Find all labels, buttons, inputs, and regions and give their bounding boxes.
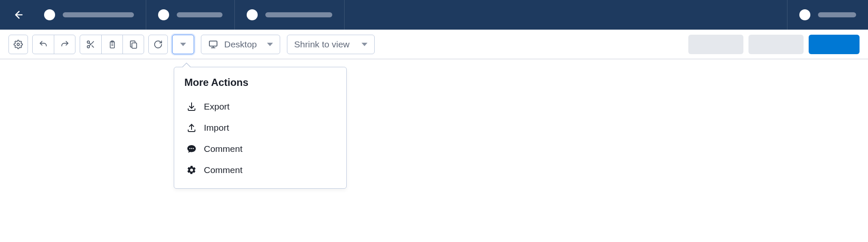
back-button[interactable] (8, 6, 27, 24)
user-avatar-icon (799, 9, 810, 20)
secondary-action-1[interactable] (688, 35, 743, 54)
nav-tab-2[interactable] (146, 0, 235, 30)
svg-rect-12 (209, 41, 217, 46)
menu-item-label: Import (204, 123, 229, 133)
secondary-action-2[interactable] (748, 35, 804, 54)
svg-point-2 (87, 41, 90, 43)
undo-icon (39, 40, 48, 49)
nav-tab-1[interactable] (32, 0, 146, 30)
device-select[interactable]: Desktop (201, 35, 280, 54)
undo-redo-group (32, 35, 75, 54)
zoom-select[interactable]: Shrink to view (287, 35, 375, 54)
clipboard-group (80, 35, 144, 54)
redo-icon (60, 40, 70, 49)
gear-icon (186, 165, 197, 176)
copy-button[interactable] (122, 35, 144, 54)
undo-button[interactable] (33, 35, 54, 54)
paste-button[interactable] (101, 35, 122, 54)
primary-action-button[interactable] (809, 35, 860, 54)
tab-label-placeholder (177, 12, 223, 17)
copy-icon (129, 40, 138, 49)
more-actions-button[interactable] (172, 35, 194, 54)
user-name-placeholder (818, 12, 856, 17)
caret-down-icon (180, 43, 186, 46)
refresh-icon (153, 40, 163, 49)
caret-down-icon (267, 43, 273, 46)
tab-label-placeholder (63, 12, 134, 17)
menu-item-settings[interactable]: Comment (184, 160, 336, 181)
top-navigation-bar (0, 0, 868, 30)
device-select-label: Desktop (224, 39, 257, 50)
svg-point-15 (189, 148, 191, 149)
nav-tab-3[interactable] (235, 0, 345, 30)
gear-icon (14, 40, 23, 49)
zoom-select-label: Shrink to view (294, 39, 350, 50)
arrow-left-icon (13, 10, 23, 20)
settings-button[interactable] (8, 35, 28, 54)
popover-title: More Actions (184, 77, 336, 88)
tab-avatar-icon (158, 9, 169, 20)
tab-label-placeholder (265, 12, 332, 17)
clipboard-icon (108, 40, 117, 49)
redo-button[interactable] (54, 35, 75, 54)
svg-line-5 (92, 45, 94, 47)
download-icon (186, 101, 197, 112)
svg-point-1 (17, 43, 19, 46)
menu-item-import[interactable]: Import (184, 117, 336, 138)
menu-item-label: Comment (204, 144, 242, 154)
cut-button[interactable] (80, 35, 101, 54)
caret-down-icon (362, 43, 367, 46)
menu-item-comment[interactable]: Comment (184, 138, 336, 160)
svg-line-6 (89, 43, 91, 44)
svg-point-3 (87, 45, 90, 48)
scissors-icon (86, 40, 95, 49)
tab-avatar-icon (44, 9, 55, 20)
svg-point-17 (193, 148, 194, 149)
editor-toolbar: Desktop Shrink to view (0, 30, 868, 59)
toolbar-right-actions (688, 35, 860, 54)
upload-icon (186, 122, 197, 133)
menu-item-label: Export (204, 102, 230, 112)
desktop-icon (208, 39, 218, 50)
comment-icon (186, 143, 197, 154)
tab-avatar-icon (247, 9, 258, 20)
menu-item-export[interactable]: Export (184, 96, 336, 117)
more-actions-popover: More Actions Export Import Comment Comme… (174, 67, 347, 189)
svg-rect-11 (132, 43, 136, 48)
user-menu[interactable] (787, 0, 868, 30)
menu-item-label: Comment (204, 165, 242, 175)
svg-point-16 (191, 148, 192, 149)
refresh-button[interactable] (148, 35, 168, 54)
